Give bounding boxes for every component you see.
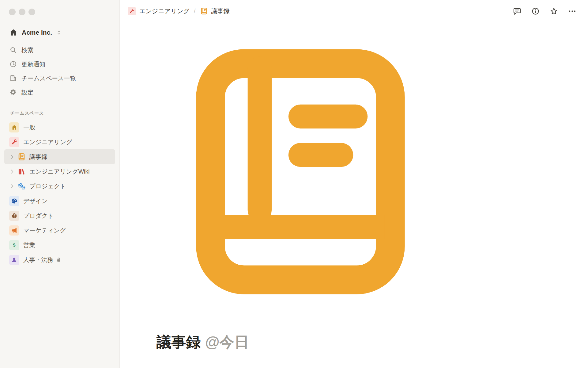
page-title[interactable]: 議事録@今日: [156, 332, 444, 352]
palette-icon: [9, 196, 19, 206]
wrench-icon: [9, 137, 19, 147]
page-content: 議事録@今日 チーム プラットフォーム 参加者 シバタ ミユキイシダ ミオサイト…: [156, 22, 444, 368]
sidebar: Acme Inc. 検索更新通知チームスペース一覧設定 チームスペース 一般エン…: [0, 0, 120, 368]
teamspace-label: 営業: [23, 241, 35, 249]
workspace-name: Acme Inc.: [22, 29, 52, 36]
window-controls: [0, 9, 119, 15]
breadcrumb-space-name[interactable]: エンジニアリング: [139, 7, 190, 15]
chevron-updown-icon: [56, 30, 62, 36]
gear-icon: [9, 89, 17, 96]
property-row-team: チーム プラットフォーム: [156, 366, 444, 368]
sidebar-teamspace-projects[interactable]: プロジェクト: [4, 179, 115, 194]
topbar: エンジニアリング / 議事録: [120, 0, 588, 22]
sidebar-item-label: 設定: [21, 88, 33, 97]
sidebar-teamspace-minutes[interactable]: 議事録: [4, 149, 115, 164]
breadcrumb-space-segment[interactable]: [128, 7, 136, 15]
sidebar-teamspace-design[interactable]: デザイン: [4, 194, 115, 208]
teamspace-label: 一般: [23, 123, 35, 132]
sidebar-teamspace-marketing[interactable]: マーケティング: [4, 223, 115, 238]
topbar-actions: [513, 7, 576, 15]
sidebar-item-teamspace-list[interactable]: チームスペース一覧: [4, 71, 115, 85]
lock-icon: [56, 257, 62, 263]
svg-text:$: $: [13, 243, 16, 247]
sidebar-teamspace-sales[interactable]: $営業: [4, 238, 115, 252]
page-icon-book[interactable]: [156, 28, 444, 316]
breadcrumb: エンジニアリング / 議事録: [128, 7, 230, 15]
book-icon: [17, 153, 26, 161]
gears-icon: [17, 182, 26, 190]
home-icon: [9, 122, 19, 132]
search-icon: [9, 46, 17, 54]
sidebar-item-settings[interactable]: 設定: [4, 85, 115, 99]
teamspace-label: エンジニアリングWiki: [29, 167, 89, 176]
sidebar-teamspace-general[interactable]: 一般: [4, 120, 115, 135]
person-icon: [9, 255, 19, 265]
comment-icon[interactable]: [513, 7, 521, 15]
teamspace-label: 議事録: [29, 153, 47, 161]
page-properties: チーム プラットフォーム 参加者 シバタ ミユキイシダ ミオサイトウ ユイ 最終…: [156, 366, 444, 368]
window-close-button[interactable]: [9, 9, 16, 15]
star-icon[interactable]: [550, 7, 558, 15]
info-icon[interactable]: [531, 7, 540, 15]
teamspace-list: 一般エンジニアリング議事録エンジニアリングWikiプロジェクトデザインプロダクト…: [0, 120, 119, 267]
sidebar-item-updates[interactable]: 更新通知: [4, 57, 115, 71]
sidebar-item-search[interactable]: 検索: [4, 43, 115, 57]
sidebar-teamspace-product[interactable]: プロダクト: [4, 208, 115, 223]
window-minimize-button[interactable]: [19, 9, 25, 15]
wrench-icon: [129, 9, 134, 14]
teamspace-label: エンジニアリング: [23, 138, 72, 146]
main-area: エンジニアリング / 議事録 議事録@今日 チーム プラットフォーム 参加者: [120, 0, 588, 368]
book-icon: [200, 7, 208, 15]
package-icon: [9, 211, 19, 221]
teamspace-label: 人事・法務: [23, 256, 53, 264]
chevron-right-icon[interactable]: [9, 169, 15, 174]
chevron-right-icon[interactable]: [9, 183, 15, 189]
breadcrumb-page-name[interactable]: 議事録: [211, 7, 230, 15]
teamspace-label: マーケティング: [23, 226, 66, 235]
page-title-text: 議事録: [156, 334, 201, 350]
page-title-date-mention[interactable]: @今日: [205, 334, 249, 350]
sidebar-menu: 検索更新通知チームスペース一覧設定: [0, 43, 119, 99]
teamspace-label: デザイン: [23, 197, 48, 205]
home-icon: [9, 28, 18, 37]
breadcrumb-separator: /: [194, 7, 196, 15]
teamspace-label: プロジェクト: [29, 182, 66, 190]
building-icon: [9, 75, 17, 82]
chevron-right-icon[interactable]: [9, 154, 15, 160]
sidebar-item-label: 更新通知: [21, 60, 45, 68]
sidebar-teamspace-engineering-wiki[interactable]: エンジニアリングWiki: [4, 164, 115, 179]
teamspace-label: プロダクト: [23, 212, 54, 220]
teamspaces-section-label: チームスペース: [10, 110, 119, 116]
books-icon: [17, 167, 26, 176]
clock-icon: [9, 60, 17, 68]
dollar-icon: $: [9, 240, 19, 250]
megaphone-icon: [9, 225, 19, 236]
window-zoom-button[interactable]: [28, 9, 35, 15]
sidebar-item-label: 検索: [21, 46, 33, 54]
sidebar-teamspace-engineering[interactable]: エンジニアリング: [4, 135, 115, 149]
more-icon[interactable]: [568, 7, 576, 15]
sidebar-teamspace-hr-legal[interactable]: 人事・法務: [4, 252, 115, 267]
workspace-switcher[interactable]: Acme Inc.: [4, 26, 115, 39]
sidebar-item-label: チームスペース一覧: [21, 74, 76, 82]
